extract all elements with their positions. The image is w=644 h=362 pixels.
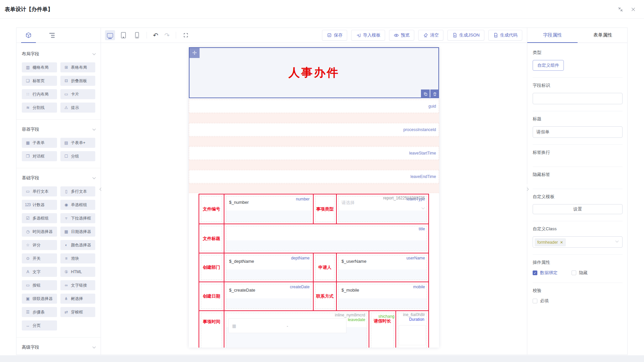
palette-item-collapse-panel[interactable]: ⊟折叠面板 [60,76,96,86]
undo-button[interactable]: ↶ [152,32,160,39]
title-input[interactable] [533,126,623,138]
duration-input[interactable] [399,325,426,345]
data-binding-checkbox[interactable]: ✓数据绑定 [533,270,557,276]
copy-icon [423,92,428,96]
design-canvas[interactable]: 人事办件 guid processInstanceId leaveStartTi… [101,43,527,355]
template-settings-button[interactable]: 设置 [533,204,623,214]
label-cell-leave-type[interactable]: 事项类型 [314,194,336,224]
palette-item-group[interactable]: ☐分组 [60,151,96,161]
field-cell-number[interactable]: $_numbernumber [224,194,313,224]
delete-component-button[interactable] [430,89,439,98]
import-template-button[interactable]: 导入模板 [351,30,385,41]
palette-item-rate[interactable]: ☆评分 [22,240,57,250]
hidden-field-leaveStartTime[interactable]: leaveStartTime [189,146,439,160]
label-cell-contact[interactable]: 联系方式 [314,282,336,310]
remove-tag-icon[interactable]: ✕ [560,240,563,245]
device-desktop-button[interactable] [105,30,115,40]
field-cell-title[interactable]: title [224,224,428,253]
palette-item-subform[interactable]: ▦子表单 [22,138,57,148]
window-title: 表单设计【办件单】 [5,0,53,19]
palette-item-pagination[interactable]: ↔分页 [22,320,57,330]
generate-code-button[interactable]: 生成代码 [488,30,522,41]
collapse-palette-handle[interactable] [99,185,103,194]
palette-item-inline-layout[interactable]: ∷行内布局 [22,89,57,99]
palette-item-transfer[interactable]: ⇄穿梭框 [60,307,96,317]
palette-item-button[interactable]: ▭按钮 [22,280,57,290]
hidden-field-processInstanceId[interactable]: processInstanceId [189,123,439,136]
palette-item-checkbox-group[interactable]: ☑多选框组 [22,213,57,223]
section-layout-fields[interactable]: 布局字段 [22,51,95,57]
tab-form-properties[interactable]: 表单属性 [578,28,628,43]
palette-item-steps[interactable]: ☰步骤条 [22,307,57,317]
collapse-props-handle[interactable] [525,185,529,194]
redo-button[interactable]: ↷ [163,32,171,39]
preview-button[interactable]: 预览 [389,30,414,41]
slider-icon: ≡ [63,256,69,261]
palette-item-single-line-text[interactable]: ▭单行文本 [22,186,57,196]
field-cell-duration[interactable]: ine_6ai0h8lr Duration [396,311,428,348]
palette-item-tabs[interactable]: ❏标签页 [22,76,57,86]
label-cell-matter-time[interactable]: 事项时间 [199,311,224,348]
hidden-field-guid[interactable]: guid [189,100,439,113]
label-cell-create-date[interactable]: 创建日期 [199,282,224,310]
checkbox-group-icon: ☑ [25,216,31,221]
fullscreen-button[interactable] [181,30,191,40]
label-cell-dept[interactable]: 创建部门 [199,253,224,282]
palette-item-cascader[interactable]: ▣级联选择器 [22,294,57,304]
palette-item-subform-plus[interactable]: ▤子表单+ [60,138,96,148]
field-id-input[interactable] [533,93,623,104]
palette-item-table-layout[interactable]: ⊞表格布局 [60,62,96,72]
bottom-strip [0,355,644,362]
palette-item-tree-select[interactable]: ⋔树选择 [60,294,96,304]
palette-item-text-link[interactable]: ∞文字链接 [60,280,96,290]
palette-item-grid-layout[interactable]: ▥栅格布局 [22,62,57,72]
palette-item-select[interactable]: ▿下拉选择框 [60,213,96,223]
generate-json-button[interactable]: 生成JSON [447,30,484,41]
transfer-icon: ⇄ [63,310,69,314]
label-cell-leave-duration[interactable]: 请假时长 shichang [369,311,395,348]
palette-item-time-picker[interactable]: ◷时间选择器 [22,227,57,237]
custom-class-select[interactable]: formheader✕ [533,236,623,248]
field-cell-leavedate[interactable]: inline_nym8mcrd leavedate ▦ - [224,311,369,348]
save-button[interactable]: 保存 [322,30,347,41]
html-icon: ⑤ [63,269,69,274]
compress-icon[interactable] [618,7,623,12]
palette-item-card[interactable]: ▭卡片 [60,89,96,99]
label-cell-file-title[interactable]: 文件标题 [199,224,224,253]
palette-item-radio-group[interactable]: ◉单选框组 [60,200,96,210]
section-basic-fields[interactable]: 基础字段 [22,175,95,181]
daterange-input[interactable]: ▦ - [228,318,346,333]
field-cell-createDate[interactable]: $_createDatecreateDate [224,282,313,310]
type-tag[interactable]: 自定义组件 [533,60,564,71]
field-cell-mobile[interactable]: $_mobilemobile [337,282,428,310]
label-cell-applicant[interactable]: 申请人 [314,253,336,282]
required-checkbox[interactable]: 必填 [533,298,549,304]
outline-tab[interactable] [45,28,59,43]
palette-item-dialog[interactable]: ❐对话框 [22,151,57,161]
hidden-checkbox[interactable]: 隐藏 [572,270,588,276]
label-cell-file-number[interactable]: 文件编号 [199,194,224,224]
palette-item-slider[interactable]: ≡滑块 [60,253,96,263]
close-icon[interactable] [631,7,636,12]
palette-item-multi-line-text[interactable]: ▯多行文本 [60,186,96,196]
palette-item-color-picker[interactable]: ◐颜色选择器 [60,240,96,250]
palette-item-text[interactable]: A文字 [22,267,57,277]
palette-item-date-picker[interactable]: ▦日期选择器 [60,227,96,237]
form-header-component-selected[interactable]: 人事办件 [189,47,439,98]
clear-button[interactable]: 清空 [418,30,443,41]
hidden-field-leaveEndTime[interactable]: leaveEndTime [189,170,439,183]
palette-item-switch[interactable]: ⊙开关 [22,253,57,263]
field-cell-deptName[interactable]: $_deptNamedeptName [224,253,313,282]
copy-component-button[interactable] [421,89,430,98]
device-tablet-button[interactable] [118,30,128,40]
tab-field-properties[interactable]: 字段属性 [527,28,578,43]
device-mobile-button[interactable] [132,30,142,40]
palette-item-alert[interactable]: ⚠提示 [60,103,96,113]
palette-item-divider[interactable]: ≋分割线 [22,103,57,113]
components-tab[interactable] [21,28,36,43]
section-advanced-fields[interactable]: 高级字段 [22,344,95,350]
section-container-fields[interactable]: 容器字段 [22,126,95,132]
palette-item-counter[interactable]: 123计数器 [22,200,57,210]
palette-item-html[interactable]: ⑤HTML [60,267,96,277]
field-cell-userName[interactable]: $_userNameuserName [337,253,428,282]
